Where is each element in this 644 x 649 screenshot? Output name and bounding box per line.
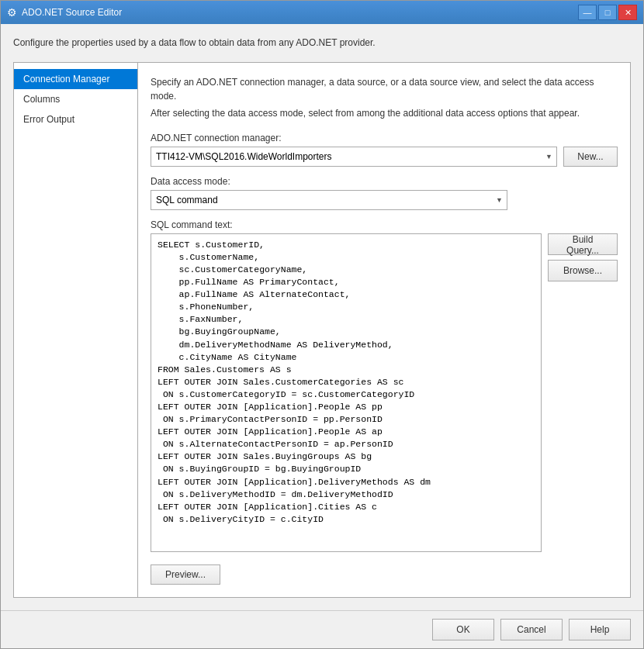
sql-textarea[interactable]: SELECT s.CustomerID, s.CustomerName, sc.… (151, 234, 541, 551)
title-bar-left: ⚙ ADO.NET Source Editor (7, 6, 122, 19)
right-panel: Specify an ADO.NET connection manager, a… (138, 63, 630, 597)
connection-manager-select[interactable]: TTI412-VM\SQL2016.WideWorldImporters (151, 147, 557, 167)
sql-textarea-wrapper: SELECT s.CustomerID, s.CustomerName, sc.… (151, 233, 542, 552)
close-button[interactable]: ✕ (618, 5, 637, 20)
content-area: Configure the properties used by a data … (1, 24, 643, 610)
connection-manager-section: ADO.NET connection manager: TTI412-VM\SQ… (151, 133, 618, 167)
main-panel: Connection Manager Columns Error Output … (13, 62, 631, 598)
title-bar: ⚙ ADO.NET Source Editor — □ ✕ (1, 1, 643, 24)
maximize-button[interactable]: □ (598, 5, 617, 20)
page-description: Configure the properties used by a data … (13, 36, 631, 50)
preview-section: Preview... (151, 564, 618, 585)
connection-manager-label: ADO.NET connection manager: (151, 133, 618, 143)
app-icon: ⚙ (7, 6, 17, 19)
sql-content-row: SELECT s.CustomerID, s.CustomerName, sc.… (151, 233, 618, 552)
sidebar-item-columns[interactable]: Columns (14, 89, 137, 109)
data-access-combo-wrapper[interactable]: SQL command Table or view Table name or … (151, 190, 507, 210)
build-query-button[interactable]: Build Query... (548, 233, 618, 255)
data-access-section: Data access mode: SQL command Table or v… (151, 176, 618, 210)
window: ⚙ ADO.NET Source Editor — □ ✕ Configure … (0, 0, 644, 649)
sql-section: SQL command text: SELECT s.CustomerID, s… (151, 219, 618, 552)
minimize-button[interactable]: — (578, 5, 597, 20)
browse-button[interactable]: Browse... (548, 260, 618, 281)
footer: OK Cancel Help (1, 610, 643, 648)
sidebar: Connection Manager Columns Error Output (14, 63, 138, 597)
connection-manager-row: TTI412-VM\SQL2016.WideWorldImporters New… (151, 147, 618, 167)
connection-manager-combo-wrapper[interactable]: TTI412-VM\SQL2016.WideWorldImporters (151, 147, 557, 167)
sql-command-label: SQL command text: (151, 219, 618, 230)
cancel-button[interactable]: Cancel (500, 619, 563, 640)
sidebar-item-error-output[interactable]: Error Output (14, 109, 137, 129)
title-controls: — □ ✕ (578, 5, 637, 20)
ok-button[interactable]: OK (432, 619, 494, 640)
preview-button[interactable]: Preview... (151, 564, 220, 585)
sidebar-item-connection-manager[interactable]: Connection Manager (14, 69, 137, 89)
data-access-select[interactable]: SQL command Table or view Table name or … (151, 190, 507, 210)
new-button[interactable]: New... (563, 147, 618, 167)
help-button[interactable]: Help (569, 619, 631, 640)
data-access-label: Data access mode: (151, 176, 618, 187)
window-title: ADO.NET Source Editor (22, 7, 122, 18)
sql-buttons: Build Query... Browse... (548, 233, 618, 552)
section-description: Specify an ADO.NET connection manager, a… (151, 75, 618, 123)
